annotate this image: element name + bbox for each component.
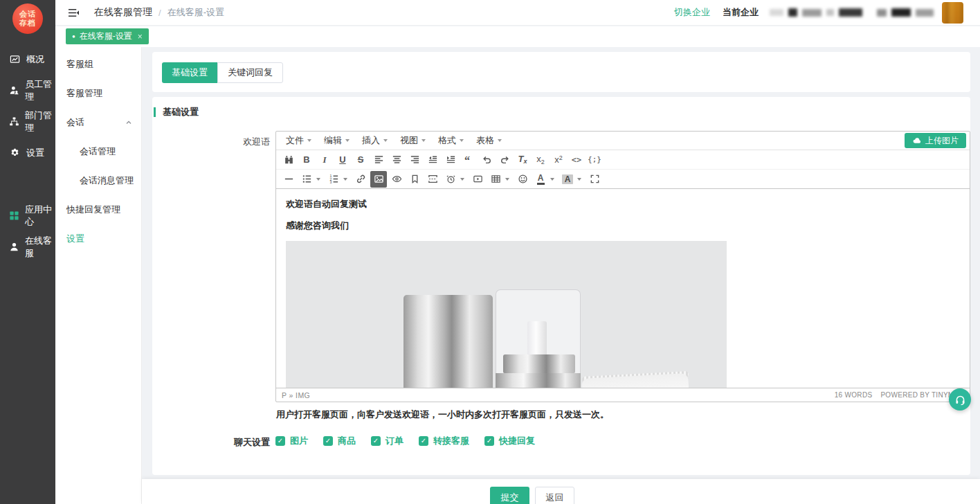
tab-basic-settings[interactable]: 基础设置	[162, 62, 217, 83]
menu-table[interactable]: 表格	[470, 132, 508, 149]
fullscreen-button[interactable]	[586, 171, 603, 188]
insert-datetime-caret-icon[interactable]	[460, 178, 464, 181]
code-sample-button[interactable]: {;}	[586, 152, 603, 168]
submenu-item-quick-reply-management[interactable]: 快捷回复管理	[55, 195, 141, 224]
ordered-list-caret-icon[interactable]	[343, 178, 347, 181]
redo-button[interactable]	[496, 152, 513, 168]
submenu-item-settings[interactable]: 设置	[55, 224, 141, 253]
company-name-redacted	[770, 8, 934, 17]
checkbox-checked-icon[interactable]: ✓	[323, 436, 333, 446]
image-button[interactable]	[370, 171, 387, 188]
customer-service-float-button[interactable]	[949, 388, 971, 411]
table-caret-icon[interactable]	[505, 178, 509, 181]
anchor-button[interactable]	[406, 171, 423, 188]
element-path[interactable]: P » IMG	[282, 391, 310, 399]
insert-datetime-button[interactable]	[442, 171, 459, 188]
submenu-item-label: 快捷回复管理	[66, 204, 120, 216]
user-avatar[interactable]	[942, 2, 963, 24]
checkbox-checked-icon[interactable]: ✓	[419, 436, 428, 446]
submenu-item-session-management[interactable]: 会话管理	[55, 137, 141, 166]
background-color-caret-icon[interactable]	[577, 178, 581, 181]
menu-insert[interactable]: 插入	[356, 132, 394, 149]
media-button[interactable]	[469, 171, 486, 188]
page-break-button[interactable]	[424, 171, 441, 188]
primary-sidebar: 会话 存档 概况员工管理部门管理设置应用中心在线客服	[0, 0, 55, 504]
editor-content[interactable]: 欢迎语自动回复测试感谢您咨询我们	[276, 189, 970, 388]
blockquote-button[interactable]: “	[460, 152, 477, 168]
menu-edit[interactable]: 编辑	[318, 132, 356, 149]
submenu-item-session[interactable]: 会话	[55, 108, 141, 137]
ordered-list-split: 123	[325, 171, 350, 188]
tab-tag-online-service-settings[interactable]: ● 在线客服-设置 ×	[66, 28, 149, 44]
unordered-list-button[interactable]	[298, 171, 315, 188]
chat-option-quick-reply[interactable]: ✓快捷回复	[484, 435, 535, 447]
cloud-upload-icon	[912, 136, 922, 145]
remove-format-button[interactable]: Tx	[514, 152, 531, 168]
horizontal-rule-button[interactable]	[280, 171, 297, 188]
tag-close-icon[interactable]: ×	[138, 32, 143, 42]
tab-keyword-reply[interactable]: 关键词回复	[217, 62, 283, 83]
text-color-caret-icon[interactable]	[550, 178, 554, 181]
align-right-button[interactable]	[406, 152, 423, 168]
upload-image-button[interactable]: 上传图片	[905, 133, 966, 148]
align-left-button[interactable]	[370, 152, 387, 168]
chat-option-image[interactable]: ✓图片	[275, 435, 308, 447]
code-button[interactable]: <>	[568, 152, 585, 168]
checkbox-checked-icon[interactable]: ✓	[484, 436, 494, 446]
sidebar-item-online-service[interactable]: 在线客服	[0, 231, 55, 262]
table-button[interactable]	[487, 171, 504, 188]
text-color-button[interactable]: A	[532, 171, 549, 188]
subscript-button[interactable]: x2	[532, 152, 549, 168]
undo-button[interactable]	[478, 152, 495, 168]
sidebar-item-label: 应用中心	[25, 204, 55, 228]
sidebar-item-overview[interactable]: 概况	[0, 44, 55, 75]
menu-file[interactable]: 文件	[280, 132, 318, 149]
unordered-list-caret-icon[interactable]	[316, 178, 320, 181]
editor-toolbar-row2: 123AA	[276, 170, 970, 189]
checkbox-checked-icon[interactable]: ✓	[371, 436, 381, 446]
breadcrumb-root[interactable]: 在线客服管理	[94, 6, 152, 19]
top-header: 在线客服管理 / 在线客服-设置 切换企业 当前企业	[55, 0, 980, 26]
align-center-button[interactable]	[388, 152, 405, 168]
switch-company-link[interactable]: 切换企业	[674, 6, 710, 19]
bold-button[interactable]: B	[298, 152, 315, 168]
sidebar-item-employees[interactable]: 员工管理	[0, 75, 55, 106]
department-icon	[9, 116, 19, 127]
editor-paragraph: 感谢您咨询我们	[286, 219, 970, 232]
sidebar-item-app-center[interactable]: 应用中心	[0, 200, 55, 231]
chat-option-product[interactable]: ✓商品	[323, 435, 356, 447]
superscript-button[interactable]: x2	[550, 152, 567, 168]
ordered-list-button[interactable]: 123	[325, 171, 342, 188]
underline-button[interactable]: U	[334, 152, 351, 168]
back-button[interactable]: 返回	[535, 487, 574, 504]
chat-option-order[interactable]: ✓订单	[371, 435, 403, 447]
chevron-up-icon[interactable]	[125, 119, 132, 126]
indent-button[interactable]	[442, 152, 459, 168]
outdent-button[interactable]	[424, 152, 441, 168]
sidebar-item-departments[interactable]: 部门管理	[0, 106, 55, 137]
italic-button[interactable]: I	[316, 152, 333, 168]
submenu-item-service-group[interactable]: 客服组	[55, 50, 141, 79]
submenu-item-label: 客服管理	[66, 87, 102, 100]
collapse-menu-icon[interactable]	[68, 8, 80, 18]
menu-format[interactable]: 格式	[432, 132, 470, 149]
checkbox-checked-icon[interactable]: ✓	[275, 436, 285, 446]
background-color-button[interactable]: A	[559, 171, 576, 188]
submenu-item-label: 设置	[66, 233, 84, 245]
preview-button[interactable]	[388, 171, 405, 188]
editor-product-image[interactable]	[286, 241, 727, 388]
emoticons-button[interactable]	[514, 171, 531, 188]
app-logo[interactable]: 会话 存档	[12, 3, 43, 34]
strikethrough-button[interactable]: S	[352, 152, 369, 168]
submenu-item-session-message-management[interactable]: 会话消息管理	[55, 166, 141, 195]
submit-button[interactable]: 提交	[490, 487, 529, 504]
submenu-item-service-management[interactable]: 客服管理	[55, 79, 141, 108]
menu-view[interactable]: 视图	[394, 132, 432, 149]
link-button[interactable]	[352, 171, 369, 188]
section-accent-bar	[154, 107, 156, 117]
sidebar-nav: 概况员工管理部门管理设置应用中心在线客服	[0, 44, 55, 262]
unordered-list-split	[298, 171, 323, 188]
sidebar-item-settings[interactable]: 设置	[0, 137, 55, 168]
chat-option-transfer-service[interactable]: ✓转接客服	[419, 435, 469, 447]
search-replace-button[interactable]	[280, 152, 297, 168]
